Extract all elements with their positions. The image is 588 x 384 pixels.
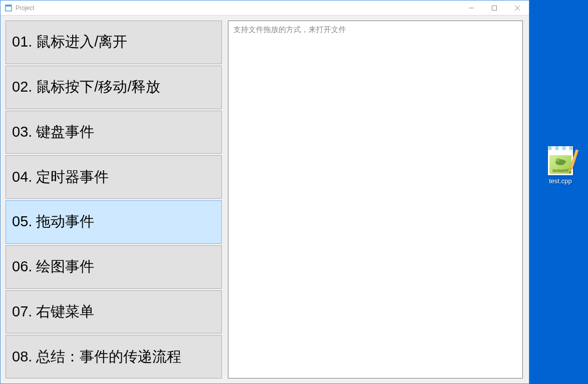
close-button[interactable] xyxy=(506,1,529,15)
list-panel: 01. 鼠标进入/离开 02. 鼠标按下/移动/释放 03. 键盘事件 04. … xyxy=(6,21,222,378)
list-item-01[interactable]: 01. 鼠标进入/离开 xyxy=(6,21,222,64)
svg-point-9 xyxy=(557,159,557,160)
desktop-file-icon[interactable]: Notepad test.cpp xyxy=(541,146,580,185)
window-title: Project xyxy=(16,5,460,12)
list-item-06[interactable]: 06. 绘图事件 xyxy=(6,245,222,289)
minimize-button[interactable] xyxy=(460,1,483,15)
list-item-07[interactable]: 07. 右键菜单 xyxy=(6,290,222,334)
notepadpp-file-icon: Notepad xyxy=(548,146,573,175)
app-icon xyxy=(5,4,13,12)
text-drop-area[interactable]: 支持文件拖放的方式，来打开文件 xyxy=(228,21,523,378)
list-item-04[interactable]: 04. 定时器事件 xyxy=(6,155,222,199)
desktop-background: Project 01. 鼠标进入/离开 02. 鼠标按下/移动/释放 03. 键… xyxy=(0,0,588,384)
list-item-05[interactable]: 05. 拖动事件 xyxy=(6,200,222,244)
drop-placeholder-text: 支持文件拖放的方式，来打开文件 xyxy=(233,25,346,34)
app-window: Project 01. 鼠标进入/离开 02. 鼠标按下/移动/释放 03. 键… xyxy=(0,0,529,384)
desktop-file-label: test.cpp xyxy=(549,177,572,185)
svg-rect-3 xyxy=(492,6,497,10)
list-item-08[interactable]: 08. 总结：事件的传递流程 xyxy=(6,335,222,378)
window-controls xyxy=(460,1,529,15)
list-item-02[interactable]: 02. 鼠标按下/移动/释放 xyxy=(6,66,222,109)
maximize-button[interactable] xyxy=(483,1,506,15)
window-content: 01. 鼠标进入/离开 02. 鼠标按下/移动/释放 03. 键盘事件 04. … xyxy=(1,16,529,383)
list-item-03[interactable]: 03. 键盘事件 xyxy=(6,111,222,154)
window-titlebar[interactable]: Project xyxy=(1,1,529,16)
icon-label-text: Notepad xyxy=(552,168,568,173)
svg-rect-1 xyxy=(6,5,12,7)
